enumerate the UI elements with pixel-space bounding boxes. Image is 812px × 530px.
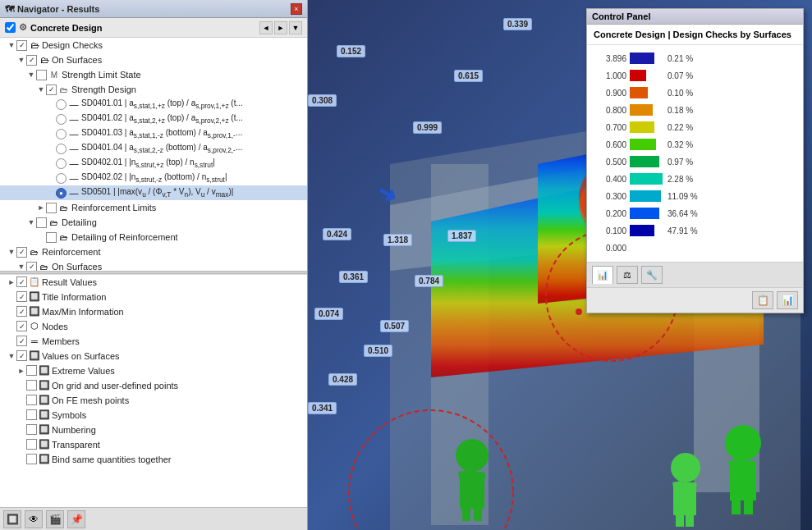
tree-item-detailing[interactable]: ▼ 🗁 Detailing: [0, 215, 307, 230]
checkbox-sd040102[interactable]: [56, 114, 67, 125]
tree-item-on-fe-mesh[interactable]: ▶ 🔲 On FE mesh points: [0, 393, 307, 408]
tree-item-on-grid[interactable]: ▶ 🔲 On grid and user-defined points: [0, 378, 307, 393]
cp-legend-body: 3.8960.21 %1.0000.07 %0.9000.10 %0.8000.…: [587, 45, 803, 262]
expander-on-surfaces-2[interactable]: ▼: [16, 262, 26, 271]
tree-area-top: ▼ 🗁 Design Checks ▼ 🗁 On Surfaces ▼ M St…: [0, 38, 307, 271]
expander-extreme-values[interactable]: ►: [16, 366, 26, 376]
checkbox-sd040104[interactable]: [56, 144, 67, 154]
checkbox-numbering[interactable]: [26, 424, 37, 435]
cp-btn-chart[interactable]: 📊: [777, 291, 798, 309]
tree-item-sd0501[interactable]: ▶ — SD0501 | |max(vu / (Φv,T * Vn), Vu /…: [0, 185, 307, 200]
checkbox-symbols[interactable]: [26, 409, 37, 420]
toolbar-btn-record[interactable]: 🎬: [46, 510, 64, 528]
checkbox-sd0501[interactable]: [56, 188, 67, 199]
checkbox-on-surfaces-2[interactable]: [26, 262, 37, 271]
expander-values-on-surfaces[interactable]: ▼: [7, 351, 16, 361]
tree-item-detailing-of-reinf[interactable]: ▶ 🗁 Detailing of Reinforcement: [0, 230, 307, 244]
checkbox-sd040202[interactable]: [56, 173, 67, 184]
tree-item-sd040101[interactable]: ▶ — SD0401.01 | as,stat,1,+z (top) / as,…: [0, 97, 307, 112]
expander-reinforcement[interactable]: ▼: [7, 247, 16, 257]
tree-item-sd040102[interactable]: ▶ — SD0401.02 | as,stat,2,+z (top) / as,…: [0, 112, 307, 126]
checkbox-sd040101[interactable]: [56, 99, 67, 110]
checkbox-on-grid[interactable]: [26, 380, 37, 391]
tree-item-strength-limit[interactable]: ▼ M Strength Limit State: [0, 67, 307, 82]
checkbox-strength-design[interactable]: [46, 85, 57, 95]
label-0424: 0.424: [323, 228, 351, 240]
expander-detailing[interactable]: ▼: [26, 217, 36, 227]
tree-item-design-checks[interactable]: ▼ 🗁 Design Checks: [0, 38, 307, 53]
label-0341: 0.341: [308, 402, 337, 414]
label-1837: 1.837: [447, 230, 476, 242]
tree-item-title-info[interactable]: ▶ 🔲 Title Information: [0, 290, 307, 304]
checkbox-maxmin-info[interactable]: [16, 306, 27, 317]
checkbox-transparent[interactable]: [26, 439, 37, 450]
checkbox-members[interactable]: [16, 336, 27, 346]
tree-item-maxmin-info[interactable]: ▶ 🔲 Max/Min Information: [0, 304, 307, 319]
checkbox-detailing-of-reinf[interactable]: [46, 232, 57, 243]
checkbox-values-on-surfaces[interactable]: [16, 350, 27, 361]
toolbar-btn-layout[interactable]: 🔲: [3, 510, 21, 528]
nav-menu[interactable]: ▼: [289, 21, 302, 34]
tree-item-nodes[interactable]: ▶ ⬡ Nodes: [0, 319, 307, 334]
cp-btn-export[interactable]: 📋: [752, 291, 773, 309]
toolbar-btn-view[interactable]: 👁: [25, 510, 43, 528]
nav-next[interactable]: ►: [274, 21, 287, 34]
checkbox-extreme-values[interactable]: [26, 365, 37, 376]
expander-reinf-limits[interactable]: ►: [36, 203, 46, 212]
svg-rect-21: [744, 496, 753, 514]
nav-prev[interactable]: ◄: [259, 21, 273, 34]
tree-item-strength-design[interactable]: ▼ 🗁 Strength Design: [0, 82, 307, 97]
label-0339: 0.339: [503, 18, 532, 30]
tree-item-values-on-surfaces[interactable]: ▼ 🔲 Values on Surfaces: [0, 349, 307, 363]
checkbox-reinforcement[interactable]: [16, 247, 27, 258]
tree-item-sd040201[interactable]: ▶ — SD0402.01 | |ns,strut,+z (top) / ns,…: [0, 156, 307, 171]
tree-item-reinf-limits[interactable]: ► 🗁 Reinforcement Limits: [0, 200, 307, 215]
close-button[interactable]: ×: [291, 3, 302, 15]
checkbox-result-values[interactable]: [16, 276, 27, 287]
tree-item-members[interactable]: ▶ ═ Members: [0, 334, 307, 349]
tree-item-result-values[interactable]: ► 📋 Result Values: [0, 275, 307, 290]
tree-item-on-surfaces-1[interactable]: ▼ 🗁 On Surfaces: [0, 53, 307, 67]
checkbox-bind-same[interactable]: [26, 454, 37, 464]
tree-item-sd040202[interactable]: ▶ — SD0402.02 | |ns,strut,-z (bottom) / …: [0, 171, 307, 185]
icon-result-values: 📋: [29, 276, 40, 288]
label-design-checks: Design Checks: [42, 40, 103, 50]
tree-item-sd040103[interactable]: ▶ — SD0401.03 | as,stat,1,-z (bottom) / …: [0, 126, 307, 141]
checkbox-sd040103[interactable]: [56, 129, 67, 139]
checkbox-detailing[interactable]: [36, 217, 47, 228]
cp-tab-settings[interactable]: 🔧: [641, 266, 663, 284]
checkbox-on-fe-mesh[interactable]: [26, 395, 37, 405]
checkbox-design-checks[interactable]: [16, 40, 27, 51]
label-extreme-values: Extreme Values: [52, 366, 115, 376]
label-0074: 0.074: [314, 308, 343, 320]
checkbox-sd040201[interactable]: [56, 158, 67, 169]
expander-strength-limit[interactable]: ▼: [26, 70, 36, 80]
tree-item-reinforcement[interactable]: ▼ 🗁 Reinforcement: [0, 244, 307, 259]
expander-design-checks[interactable]: ▼: [7, 40, 16, 50]
checkbox-on-surfaces-1[interactable]: [26, 55, 37, 66]
checkbox-nodes[interactable]: [16, 321, 27, 331]
checkbox-title-info[interactable]: [16, 291, 27, 302]
cp-tab-scale[interactable]: ⚖: [617, 266, 638, 284]
tree-item-on-surfaces-2[interactable]: ▼ 🗁 On Surfaces: [0, 259, 307, 271]
tree-item-extreme-values[interactable]: ► 🔲 Extreme Values: [0, 363, 307, 378]
checkbox-strength-limit[interactable]: [36, 70, 47, 80]
tree-item-transparent[interactable]: ▶ 🔲 Transparent: [0, 437, 307, 452]
expander-strength-design[interactable]: ▼: [36, 85, 46, 94]
tree-item-symbols[interactable]: ▶ 🔲 Symbols: [0, 408, 307, 423]
legend-bar-container: [630, 190, 663, 202]
legend-value: 1.000: [594, 71, 626, 80]
tree-item-bind-same[interactable]: ▶ 🔲 Bind same quantities together: [0, 452, 307, 467]
label-transparent: Transparent: [52, 440, 100, 450]
label-0615: 0.615: [454, 70, 483, 82]
toolbar-btn-pin[interactable]: 📌: [67, 510, 85, 528]
expander-result-values[interactable]: ►: [7, 277, 16, 287]
tree-item-numbering[interactable]: ▶ 🔲 Numbering: [0, 423, 307, 437]
tree-item-sd040104[interactable]: ▶ — SD0401.04 | as,stat,2,-z (bottom) / …: [0, 141, 307, 156]
cp-titlebar: Control Panel: [587, 9, 803, 25]
cp-tab-chart[interactable]: 📊: [592, 266, 613, 284]
checkbox-reinf-limits[interactable]: [46, 203, 57, 213]
expander-on-surfaces-1[interactable]: ▼: [16, 55, 26, 65]
legend-bar: [630, 87, 648, 98]
concrete-design-checkbox[interactable]: [5, 22, 16, 33]
